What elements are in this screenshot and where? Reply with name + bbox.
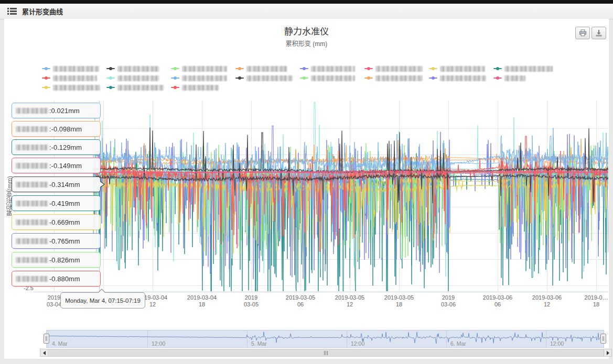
print-chart-button[interactable] <box>575 27 590 39</box>
left-arrow-icon <box>43 351 46 355</box>
tooltip-point-box: -0.669mm <box>12 214 101 230</box>
legend-item[interactable] <box>42 83 106 92</box>
legend-item[interactable] <box>364 64 429 73</box>
x-axis-tick-label: 2019-03-0506 <box>275 294 326 308</box>
legend-marker-dot <box>432 67 435 70</box>
legend-marker-dot <box>109 67 112 70</box>
legend-marker-icon <box>106 87 115 88</box>
tooltip-point-value: -0.669mm <box>49 218 80 226</box>
legend-item[interactable] <box>364 73 429 83</box>
scrollbar-right-button[interactable] <box>604 349 611 356</box>
navigator-right-handle[interactable] <box>600 334 606 344</box>
legend-label-censored <box>53 66 99 72</box>
legend-marker-dot <box>238 67 241 70</box>
legend-item[interactable] <box>42 73 106 83</box>
legend-label-censored <box>504 75 525 81</box>
legend-item[interactable] <box>106 64 171 73</box>
x-axis-tick-label: 201903-06 <box>423 294 474 308</box>
tooltip-point-value: :-0.149mm <box>49 162 82 170</box>
legend-item[interactable] <box>235 64 300 73</box>
tooltip-point-value: -0.765mm <box>49 237 80 245</box>
legend-label-censored <box>246 75 293 81</box>
navigator-left-handle[interactable] <box>44 334 49 344</box>
legend-marker-icon <box>42 78 50 79</box>
navigator-tick-label: 12:00 <box>351 340 364 347</box>
legend-marker-dot <box>303 67 306 70</box>
legend-item[interactable] <box>235 73 300 83</box>
legend-marker-icon <box>171 78 179 79</box>
tooltip-point-value: :0.021mm <box>49 107 80 115</box>
tooltip-point-box: -0.765mm <box>12 233 101 249</box>
legend-marker-dot <box>109 86 112 89</box>
chart-title: 静力水准仪 <box>4 24 609 37</box>
legend-marker-icon <box>171 68 179 69</box>
legend-label-censored <box>117 66 159 72</box>
legend-item[interactable] <box>106 73 171 83</box>
legend-item[interactable] <box>106 83 171 92</box>
x-axis-tick-label: 2019-03-0518 <box>374 294 424 308</box>
legend-label-censored <box>440 75 486 81</box>
legend-item[interactable] <box>171 83 235 92</box>
legend-label-censored <box>53 85 100 91</box>
legend-marker-icon <box>429 68 437 69</box>
navigator-tick-label: 6. Mar <box>450 340 466 347</box>
legend-marker-dot <box>45 67 48 70</box>
x-axis-tick-label: 201903-05 <box>226 294 276 308</box>
legend-label-censored <box>182 85 219 91</box>
download-chart-button[interactable] <box>592 27 606 39</box>
legend-item[interactable] <box>42 64 106 73</box>
app-header-bar: 累计形变曲线 <box>0 4 613 19</box>
legend-item[interactable] <box>171 64 235 73</box>
legend-label-censored <box>117 85 164 91</box>
legend-marker-icon <box>429 78 437 79</box>
x-axis-tick-label: 2019-0…18 <box>571 294 613 308</box>
tooltip-point-value: :-0.098mm <box>49 125 82 133</box>
main-series-canvas[interactable] <box>34 101 608 292</box>
scrollbar-left-button[interactable] <box>40 349 48 356</box>
legend-label-censored <box>182 66 227 72</box>
tooltip-date-label: Monday, Mar 4, 07:15-07:19 <box>65 297 141 304</box>
legend-item[interactable] <box>300 73 364 83</box>
legend-marker-dot <box>496 76 499 80</box>
legend-marker-dot <box>174 76 177 80</box>
scrollbar-thumb[interactable] <box>48 349 604 356</box>
legend-marker-dot <box>496 67 499 70</box>
legend-marker-dot <box>238 76 241 80</box>
navigator-tick-label: 12:00 <box>152 340 165 347</box>
legend-marker-dot <box>45 86 48 89</box>
tooltip-name-censored <box>16 145 48 150</box>
legend-label-censored <box>311 66 355 72</box>
legend-marker-icon <box>42 87 50 88</box>
tooltip-point-box: :-0.129mm <box>12 139 101 155</box>
legend-label-censored <box>440 66 485 72</box>
tooltip-name-censored <box>16 201 48 206</box>
legend-marker-dot <box>367 67 370 70</box>
navigator-canvas[interactable] <box>47 330 604 347</box>
tooltip-point-value: :-0.129mm <box>49 144 82 151</box>
navigator[interactable]: 4. Mar12:005. Mar12:006. Mar12:00 <box>46 330 604 348</box>
tooltip-point-box: -0.314mm <box>12 177 101 192</box>
legend-marker-icon <box>300 78 308 79</box>
legend-marker-dot <box>174 67 177 70</box>
legend-item[interactable] <box>493 73 558 83</box>
page: { "topbar": { "title": "累计形变曲线" }, "expo… <box>0 0 613 364</box>
tooltip-point-box: -0.880mm <box>12 271 101 286</box>
legend-item[interactable] <box>493 64 558 73</box>
horizontal-scrollbar[interactable] <box>40 349 612 357</box>
tooltip-name-censored <box>16 238 48 244</box>
top-black-bar <box>0 0 613 4</box>
x-axis-tick-label: 2019-03-0612 <box>522 294 572 308</box>
navigator-tick-label: 4. Mar <box>52 340 68 347</box>
legend <box>42 64 572 92</box>
list-menu-icon[interactable] <box>7 8 17 15</box>
legend-marker-icon <box>171 87 179 88</box>
navigator-tick-label: 5. Mar <box>251 340 267 347</box>
legend-item[interactable] <box>429 64 493 73</box>
legend-marker-icon <box>42 68 50 69</box>
legend-marker-dot <box>367 76 370 80</box>
legend-item[interactable] <box>171 73 235 83</box>
legend-item[interactable] <box>300 64 364 73</box>
tooltip-name-censored <box>16 126 48 132</box>
legend-label-censored <box>311 75 355 81</box>
legend-item[interactable] <box>429 73 493 83</box>
